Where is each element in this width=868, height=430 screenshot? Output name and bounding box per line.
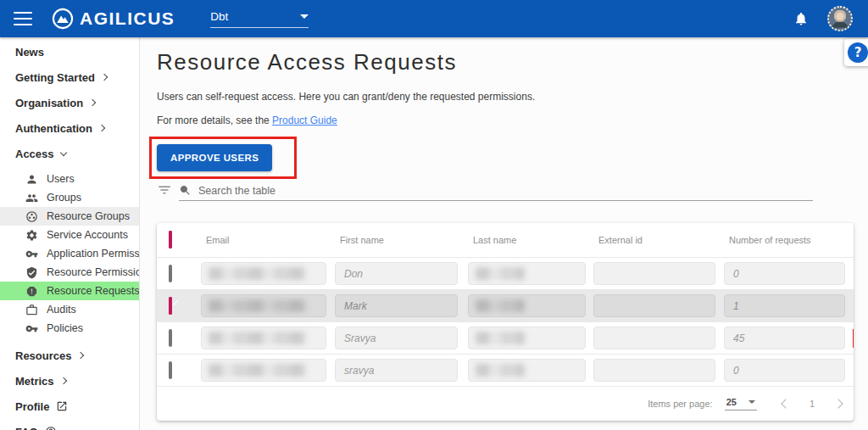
redaction-blur bbox=[476, 267, 525, 280]
external-link-icon bbox=[56, 400, 68, 412]
sidebar-item-label: Access bbox=[15, 148, 54, 160]
requests-count-field: 45 bbox=[724, 327, 845, 349]
help-button[interactable]: ? bbox=[844, 39, 868, 66]
email-field-redacted bbox=[201, 294, 326, 317]
redaction-blur bbox=[476, 364, 525, 377]
gear-icon bbox=[25, 229, 38, 242]
sidebar-item-resource-requests[interactable]: Resource Requests bbox=[0, 282, 139, 300]
email-field-redacted bbox=[201, 262, 326, 285]
column-header-first-name[interactable]: First name bbox=[335, 235, 468, 245]
people-icon bbox=[25, 192, 38, 204]
table-header-row: Email First name Last name External id N… bbox=[157, 223, 854, 257]
user-avatar[interactable] bbox=[827, 6, 853, 31]
organisation-select-value: Dbt bbox=[210, 10, 228, 23]
email-field-redacted bbox=[201, 359, 326, 382]
sidebar-item-label: Application Permissions bbox=[47, 248, 140, 260]
help-icon: ? bbox=[848, 42, 868, 63]
sidebar-item-resources[interactable]: Resources bbox=[0, 343, 139, 368]
table-search bbox=[179, 184, 813, 201]
sidebar-item-profile[interactable]: Profile bbox=[0, 394, 139, 419]
sidebar-item-faq[interactable]: FAQ bbox=[0, 419, 139, 430]
filter-icon[interactable] bbox=[157, 182, 172, 198]
row-checkbox[interactable] bbox=[169, 329, 172, 347]
items-per-page-label: Items per page: bbox=[648, 399, 712, 409]
sidebar-item-label: Audits bbox=[47, 304, 76, 316]
requests-count-field: 0 bbox=[724, 262, 845, 285]
search-icon bbox=[179, 184, 192, 197]
notifications-bell-icon[interactable] bbox=[793, 11, 809, 26]
row-expand-chevron-annotated[interactable] bbox=[853, 329, 854, 348]
row-expand-chevron-icon[interactable] bbox=[853, 364, 854, 377]
column-header-number-of-requests[interactable]: Number of requests bbox=[724, 235, 853, 245]
requests-table: Email First name Last name External id N… bbox=[157, 223, 854, 421]
sidebar-item-label: Resources bbox=[15, 349, 71, 362]
page-title: Resource Access Requests bbox=[157, 49, 868, 75]
search-input[interactable] bbox=[198, 185, 813, 197]
approve-users-button[interactable]: APPROVE USERS bbox=[157, 144, 272, 171]
redaction-blur bbox=[209, 299, 307, 312]
report-icon bbox=[25, 285, 38, 298]
next-page-button[interactable] bbox=[833, 399, 843, 408]
table-row: Sravya 45 bbox=[157, 321, 854, 354]
sidebar-item-resource-permissions[interactable]: Resource Permissions bbox=[0, 263, 139, 282]
redaction-blur bbox=[209, 267, 307, 280]
sidebar-item-label: News bbox=[15, 46, 44, 59]
sidebar-item-audits[interactable]: Audits bbox=[0, 300, 139, 319]
redaction-blur bbox=[209, 364, 307, 377]
redaction-blur bbox=[476, 332, 525, 344]
hamburger-menu-icon[interactable] bbox=[14, 12, 32, 25]
sidebar-item-groups[interactable]: Groups bbox=[0, 188, 139, 207]
external-id-field bbox=[593, 294, 715, 317]
last-name-field-redacted bbox=[468, 359, 586, 382]
main-content: ? Resource Access Requests Users can sel… bbox=[140, 37, 868, 430]
sidebar-item-authentication[interactable]: Authentication bbox=[0, 115, 139, 141]
briefcase-icon bbox=[25, 304, 38, 316]
agilicus-logo-icon bbox=[51, 7, 75, 31]
person-icon bbox=[25, 173, 38, 186]
chevron-annotation-box bbox=[853, 329, 854, 348]
column-header-last-name[interactable]: Last name bbox=[468, 235, 593, 245]
chevron-down-icon bbox=[59, 148, 66, 155]
sidebar-item-label: Users bbox=[47, 173, 75, 185]
chevron-right-icon bbox=[77, 352, 84, 359]
row-checkbox[interactable] bbox=[169, 265, 172, 282]
email-field-redacted bbox=[201, 327, 326, 349]
sidebar-item-news[interactable]: News bbox=[0, 39, 139, 64]
row-expand-chevron-icon[interactable] bbox=[853, 267, 854, 281]
sidebar-item-policies[interactable]: Policies bbox=[0, 319, 139, 338]
sidebar-item-label: FAQ bbox=[15, 426, 38, 430]
previous-page-button[interactable] bbox=[781, 399, 790, 408]
table-row-selected: Mark 1 bbox=[157, 289, 854, 321]
current-page-number: 1 bbox=[810, 399, 815, 409]
sidebar-item-label: Resource Groups bbox=[47, 210, 130, 222]
row-checkbox[interactable] bbox=[169, 361, 172, 379]
sidebar-item-service-accounts[interactable]: Service Accounts bbox=[0, 226, 139, 244]
table-paginator: Items per page: 25 1 bbox=[157, 386, 854, 421]
key-icon bbox=[25, 322, 38, 335]
organisation-select[interactable]: Dbt bbox=[210, 10, 309, 28]
agilicus-logo: AGILICUS bbox=[51, 7, 175, 31]
top-app-bar: AGILICUS Dbt bbox=[0, 0, 868, 37]
sidebar-item-metrics[interactable]: Metrics bbox=[0, 368, 139, 394]
sidebar-item-users[interactable]: Users bbox=[0, 170, 139, 188]
last-name-field-redacted bbox=[468, 327, 586, 349]
row-expand-chevron-icon[interactable] bbox=[853, 299, 854, 313]
group-work-icon bbox=[25, 210, 38, 223]
first-name-field: Sravya bbox=[335, 327, 458, 349]
page-description: Users can self-request access. Here you … bbox=[157, 91, 868, 103]
page-size-select[interactable]: 25 bbox=[725, 397, 757, 410]
sidebar-item-resource-groups[interactable]: Resource Groups bbox=[0, 207, 139, 226]
requests-count-field: 1 bbox=[724, 294, 845, 317]
row-checkbox-checked[interactable] bbox=[169, 297, 172, 315]
external-id-field bbox=[593, 262, 715, 285]
sidebar-item-label: Profile bbox=[15, 400, 49, 413]
column-header-email[interactable]: Email bbox=[201, 235, 335, 245]
select-all-checkbox[interactable] bbox=[169, 231, 172, 249]
page-size-value: 25 bbox=[726, 397, 737, 407]
sidebar-item-access[interactable]: Access bbox=[0, 141, 139, 166]
column-header-external-id[interactable]: External id bbox=[593, 235, 724, 245]
sidebar-item-getting-started[interactable]: Getting Started bbox=[0, 64, 139, 90]
sidebar-item-organisation[interactable]: Organisation bbox=[0, 90, 139, 115]
product-guide-link[interactable]: Product Guide bbox=[272, 114, 337, 126]
sidebar-item-application-permissions[interactable]: Application Permissions bbox=[0, 244, 139, 263]
